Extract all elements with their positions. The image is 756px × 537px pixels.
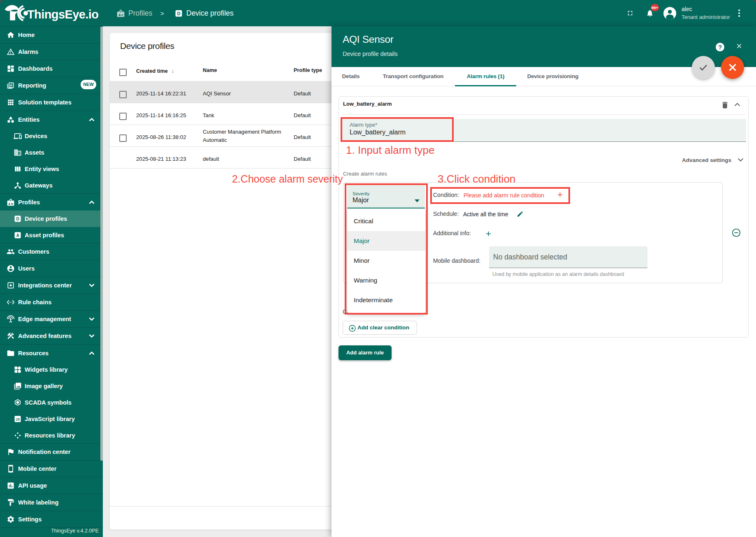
svg-text:JS: JS xyxy=(16,417,20,421)
svg-text:A: A xyxy=(16,233,19,237)
svg-text:D: D xyxy=(16,217,19,221)
svg-text:D: D xyxy=(177,11,180,16)
